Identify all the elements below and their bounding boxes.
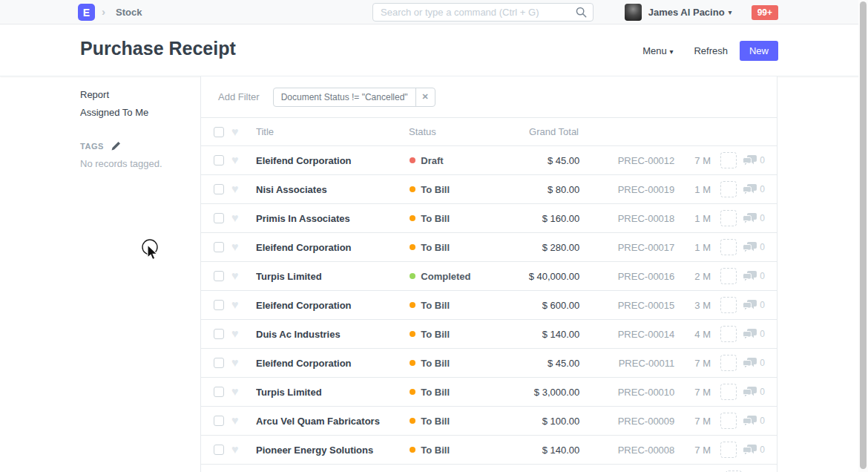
table-row[interactable]: ♥ Duis Ac Industries To Bill $ 140.00 PR… xyxy=(201,320,777,349)
row-checkbox[interactable] xyxy=(214,445,224,455)
table-row[interactable]: ♥ Eleifend Corporation Draft $ 45.00 PRE… xyxy=(201,146,777,175)
like-heart-icon[interactable]: ♥ xyxy=(231,357,243,369)
row-title-link[interactable]: Eleifend Corporation xyxy=(256,155,410,166)
like-heart-icon[interactable]: ♥ xyxy=(231,154,243,166)
status-dot xyxy=(410,302,415,308)
assign-avatar-placeholder[interactable] xyxy=(720,268,737,284)
table-row[interactable]: ♥ Turpis Limited To Bill $ 3,000.00 PREC… xyxy=(201,378,777,407)
assign-avatar-placeholder[interactable] xyxy=(720,181,737,197)
row-comments-button[interactable]: 0 xyxy=(743,242,765,253)
new-button[interactable]: New xyxy=(740,41,778,61)
list-view: Add Filter Document Status != "Cancelled… xyxy=(200,76,777,472)
row-comments-button[interactable]: 0 xyxy=(743,213,765,224)
like-heart-icon[interactable]: ♥ xyxy=(231,183,243,195)
table-row[interactable]: ♥ xyxy=(201,465,777,472)
like-heart-icon[interactable]: ♥ xyxy=(231,241,243,253)
row-title-link[interactable]: Eleifend Corporation xyxy=(256,358,410,369)
user-menu[interactable]: James Al Pacino xyxy=(648,7,725,18)
table-row[interactable]: ♥ Eleifend Corporation To Bill $ 280.00 … xyxy=(201,233,777,262)
assign-avatar-placeholder[interactable] xyxy=(720,355,737,371)
row-title-link[interactable]: Duis Ac Industries xyxy=(256,329,410,340)
row-comments-button[interactable]: 0 xyxy=(743,329,765,340)
row-comments-button[interactable]: 0 xyxy=(743,387,765,398)
status-label: Draft xyxy=(421,155,443,166)
row-checkbox[interactable] xyxy=(214,271,224,281)
global-search[interactable] xyxy=(372,3,594,22)
liked-filter-heart-icon[interactable]: ♥ xyxy=(231,126,243,138)
select-all-checkbox[interactable] xyxy=(214,127,224,137)
assign-avatar-placeholder[interactable] xyxy=(720,384,737,400)
menu-button[interactable]: Menu ▾ xyxy=(642,45,673,56)
table-row[interactable]: ♥ Eleifend Corporation To Bill $ 45.00 P… xyxy=(201,349,777,378)
table-row[interactable]: ♥ Pioneer Energy Solutions To Bill $ 140… xyxy=(201,436,777,465)
row-doc-id: PREC-00012 xyxy=(579,155,674,166)
row-title-link[interactable]: Nisi Associates xyxy=(256,184,410,195)
filter-chip-label[interactable]: Document Status != "Cancelled" xyxy=(274,88,415,106)
row-comments-button[interactable]: 0 xyxy=(743,445,765,456)
tags-heading: TAGS xyxy=(80,142,104,151)
row-title-link[interactable]: Eleifend Corporation xyxy=(256,300,410,311)
row-status: To Bill xyxy=(410,184,513,195)
assign-avatar-placeholder[interactable] xyxy=(720,239,737,255)
comments-icon xyxy=(743,358,757,369)
row-checkbox[interactable] xyxy=(214,358,224,368)
row-checkbox[interactable] xyxy=(214,300,224,310)
assign-avatar-placeholder[interactable] xyxy=(720,326,737,342)
row-title-link[interactable]: Primis In Associates xyxy=(256,213,410,224)
table-row[interactable]: ♥ Nisi Associates To Bill $ 80.00 PREC-0… xyxy=(201,175,777,204)
row-title-link[interactable]: Eleifend Corporation xyxy=(256,242,410,253)
row-comments-button[interactable]: 0 xyxy=(743,184,765,195)
sidebar-item-report[interactable]: Report xyxy=(80,86,200,104)
table-row[interactable]: ♥ Eleifend Corporation To Bill $ 600.00 … xyxy=(201,291,777,320)
edit-tags-pencil-icon[interactable] xyxy=(111,141,121,151)
table-row[interactable]: ♥ Turpis Limited Completed $ 40,000.00 P… xyxy=(201,262,777,291)
row-status: To Bill xyxy=(410,329,513,340)
status-label: Completed xyxy=(421,271,470,282)
like-heart-icon[interactable]: ♥ xyxy=(231,386,243,398)
row-checkbox[interactable] xyxy=(214,387,224,397)
row-checkbox[interactable] xyxy=(214,416,224,426)
search-input[interactable] xyxy=(381,7,576,18)
row-checkbox[interactable] xyxy=(214,184,224,194)
user-avatar[interactable] xyxy=(625,4,642,21)
row-checkbox[interactable] xyxy=(214,329,224,339)
row-status: To Bill xyxy=(410,213,513,224)
table-row[interactable]: ♥ Arcu Vel Quam Fabricators To Bill $ 10… xyxy=(201,407,777,436)
table-row[interactable]: ♥ Primis In Associates To Bill $ 160.00 … xyxy=(201,204,777,233)
row-comments-button[interactable]: 0 xyxy=(743,358,765,369)
filter-remove-icon[interactable]: ✕ xyxy=(415,88,435,106)
row-comments-button[interactable]: 0 xyxy=(743,300,765,311)
like-heart-icon[interactable]: ♥ xyxy=(231,299,243,311)
row-title-link[interactable]: Turpis Limited xyxy=(256,271,410,282)
row-checkbox[interactable] xyxy=(214,242,224,252)
chevron-down-icon: ▾ xyxy=(729,8,732,16)
top-navbar: E › Stock James Al Pacino ▾ 99+ xyxy=(0,0,868,24)
row-title-link[interactable]: Pioneer Energy Solutions xyxy=(256,445,410,456)
like-heart-icon[interactable]: ♥ xyxy=(231,444,243,456)
row-comments-button[interactable]: 0 xyxy=(743,155,765,166)
like-heart-icon[interactable]: ♥ xyxy=(231,415,243,427)
row-title-link[interactable]: Turpis Limited xyxy=(256,387,410,398)
assign-avatar-placeholder[interactable] xyxy=(720,297,737,313)
row-checkbox[interactable] xyxy=(214,213,224,223)
row-comments-button[interactable]: 0 xyxy=(743,271,765,282)
row-comments-button[interactable]: 0 xyxy=(743,416,765,427)
like-heart-icon[interactable]: ♥ xyxy=(231,212,243,224)
row-doc-id: PREC-00009 xyxy=(579,416,674,427)
assign-avatar-placeholder[interactable] xyxy=(720,413,737,429)
row-checkbox[interactable] xyxy=(214,155,224,165)
app-logo[interactable]: E xyxy=(78,4,95,21)
assign-avatar-placeholder[interactable] xyxy=(720,152,737,168)
add-filter-button[interactable]: Add Filter xyxy=(218,91,260,102)
scrollbar-thumb[interactable] xyxy=(860,1,867,469)
refresh-button[interactable]: Refresh xyxy=(694,45,728,56)
breadcrumb[interactable]: Stock xyxy=(116,7,142,18)
like-heart-icon[interactable]: ♥ xyxy=(231,270,243,282)
status-label: To Bill xyxy=(421,300,450,311)
like-heart-icon[interactable]: ♥ xyxy=(231,328,243,340)
notification-badge[interactable]: 99+ xyxy=(752,5,778,20)
assign-avatar-placeholder[interactable] xyxy=(720,442,737,458)
row-title-link[interactable]: Arcu Vel Quam Fabricators xyxy=(256,416,410,427)
assign-avatar-placeholder[interactable] xyxy=(720,210,737,226)
sidebar-item-assigned-to-me[interactable]: Assigned To Me xyxy=(80,104,200,122)
